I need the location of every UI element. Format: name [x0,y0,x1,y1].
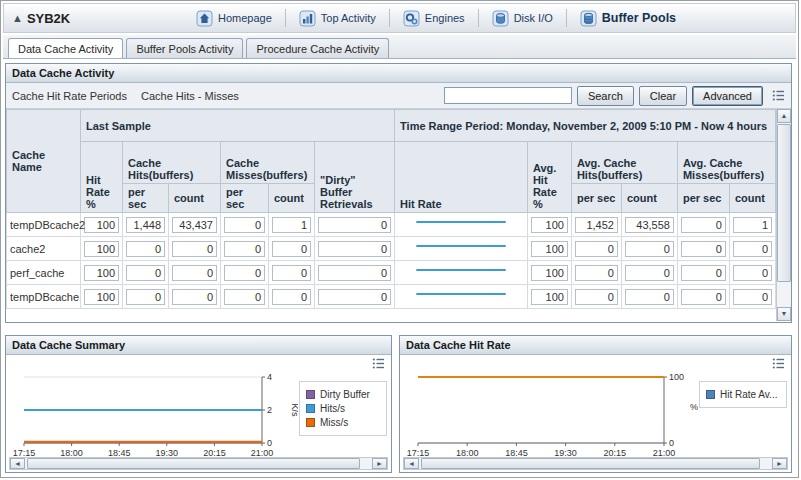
app-brand[interactable]: ▲ SYB2K [12,11,192,26]
col-misses-per-sec[interactable]: per sec [221,184,269,213]
advanced-button[interactable]: Advanced [692,86,763,106]
data-cache-summary-panel: Data Cache Summary 42017:1518:0018:4519:… [5,335,392,473]
app-window: ▲ SYB2K Homepage Top Activity Engines Di… [0,0,799,478]
cell-avg-hits-count: 43,558 [621,213,677,237]
summary-chart-legend: Dirty BufferHits/sMiss/s [299,381,387,436]
cell-hits-per-sec: 0 [123,285,169,309]
col-hits-per-sec[interactable]: per sec [123,184,169,213]
search-input[interactable] [444,87,572,104]
nav-separator [389,9,390,27]
cell-hit-rate-trend [395,213,528,237]
legend-item: Dirty Buffer [306,389,380,400]
legend-color-swatch [706,390,715,399]
col-cache-hits[interactable]: Cache Hits(buffers) [123,142,221,184]
svg-text:2: 2 [267,405,272,415]
grid-menu-icon[interactable] [772,357,785,370]
horizontal-scroll-thumb[interactable] [421,458,760,469]
scroll-left-icon[interactable]: ◄ [404,458,419,469]
table-row[interactable]: tempDBcache100000001000000 [7,285,776,309]
table-vertical-scrollbar[interactable]: ▲ ▼ [776,109,791,321]
tab-procedure-cache-activity[interactable]: Procedure Cache Activity [246,38,389,58]
col-avg-cache-hits[interactable]: Avg. Cache Hits(buffers) [571,142,677,184]
tab-data-cache-activity[interactable]: Data Cache Activity [8,38,123,58]
nav-homepage[interactable]: Homepage [192,8,276,29]
legend-label: Miss/s [320,417,348,428]
cell-avg-miss-count: 0 [729,237,775,261]
col-avg-misses-per-sec[interactable]: per sec [677,184,729,213]
nav-engines-label: Engines [425,12,465,24]
cell-hit-rate-trend [395,237,528,261]
cache-table-body: tempDBcache21001,44843,4370101001,45243,… [7,213,776,309]
scroll-down-icon[interactable]: ▼ [777,307,791,321]
hit-rate-sparkline [416,269,507,271]
table-row[interactable]: perf_cache100000001000000 [7,261,776,285]
hitrate-horizontal-scrollbar[interactable]: ◄ ► [403,457,788,470]
col-hits-count[interactable]: count [169,184,221,213]
vertical-scroll-thumb[interactable] [777,124,791,282]
cell-avg-hits-per-sec: 1,452 [571,213,621,237]
col-hit-rate[interactable]: Hit Rate % [81,142,123,213]
summary-horizontal-scrollbar[interactable]: ◄ ► [9,457,388,470]
buffer-pools-icon [580,10,597,27]
data-cache-activity-panel: Data Cache Activity Cache Hit Rate Perio… [5,63,792,323]
panel-toolbar: Cache Hit Rate Periods Cache Hits - Miss… [6,83,791,109]
legend-item: Hits/s [306,403,380,414]
grid-menu-icon[interactable] [772,89,785,102]
nav-engines[interactable]: Engines [399,8,469,29]
nav-separator [285,9,286,27]
tab-label: Data Cache Activity [18,43,113,55]
legend-item: Hit Rate Av... [706,389,780,400]
hit-rate-sparkline [416,245,507,247]
grid-menu-icon[interactable] [372,357,385,370]
scroll-right-icon[interactable]: ► [372,458,387,469]
link-cache-hits-misses[interactable]: Cache Hits - Misses [141,90,239,102]
col-avg-hits-per-sec[interactable]: per sec [571,184,621,213]
cell-hit-rate-trend [395,261,528,285]
clear-button[interactable]: Clear [639,86,687,106]
nav-top-activity[interactable]: Top Activity [295,8,380,29]
cell-avg-miss-per-sec: 0 [677,285,729,309]
svg-text:0: 0 [267,438,272,448]
cell-avg-hits-per-sec: 0 [571,285,621,309]
nav-disk-io[interactable]: Disk I/O [488,8,557,29]
table-row[interactable]: tempDBcache21001,44843,4370101001,45243,… [7,213,776,237]
col-cache-misses[interactable]: Cache Misses(buffers) [221,142,315,184]
horizontal-scroll-thumb[interactable] [27,458,360,469]
scroll-up-icon[interactable]: ▲ [777,109,791,123]
col-avg-hit-rate[interactable]: Avg. Hit Rate % [527,142,571,213]
col-dirty-buffer-retrievals[interactable]: "Dirty" Buffer Retrievals [315,142,395,213]
nav-homepage-label: Homepage [218,12,272,24]
horizontal-scroll-track[interactable] [419,458,772,469]
hitrate-chart-legend: Hit Rate Av... [699,381,787,408]
group-last-sample: Last Sample [81,110,395,142]
horizontal-scroll-track[interactable] [25,458,372,469]
col-avg-misses-count[interactable]: count [729,184,775,213]
col-misses-count[interactable]: count [269,184,315,213]
cell-hit-rate: 100 [81,285,123,309]
scroll-right-icon[interactable]: ► [772,458,787,469]
col-avg-hits-count[interactable]: count [621,184,677,213]
svg-text:%: % [690,402,698,412]
col-hit-rate-trend[interactable]: Hit Rate [395,142,528,213]
cell-hits-count: 0 [169,261,221,285]
legend-label: Hits/s [320,403,345,414]
legend-label: Hit Rate Av... [720,389,777,400]
data-cache-hit-rate-panel: Data Cache Hit Rate 100017:1518:0018:451… [399,335,792,473]
nav-buffer-pools[interactable]: Buffer Pools [576,8,680,29]
cell-miss-count: 0 [269,285,315,309]
cell-hits-per-sec: 0 [123,261,169,285]
expander-icon[interactable]: ▲ [12,12,23,24]
cache-table: Cache Name Last Sample Time Range Period… [6,109,776,321]
col-avg-cache-misses[interactable]: Avg. Cache Misses(buffers) [677,142,775,184]
cell-avg-miss-per-sec: 0 [677,261,729,285]
search-button[interactable]: Search [577,86,634,106]
cell-avg-hit-rate: 100 [527,237,571,261]
link-cache-hit-rate-periods[interactable]: Cache Hit Rate Periods [12,90,127,102]
cell-avg-hits-per-sec: 0 [571,261,621,285]
cell-hit-rate: 100 [81,261,123,285]
table-row[interactable]: cache2100000001000000 [7,237,776,261]
cell-cache-name: perf_cache [7,261,81,285]
scroll-left-icon[interactable]: ◄ [10,458,25,469]
tab-buffer-pools-activity[interactable]: Buffer Pools Activity [126,38,243,58]
col-cache-name[interactable]: Cache Name [7,110,81,213]
